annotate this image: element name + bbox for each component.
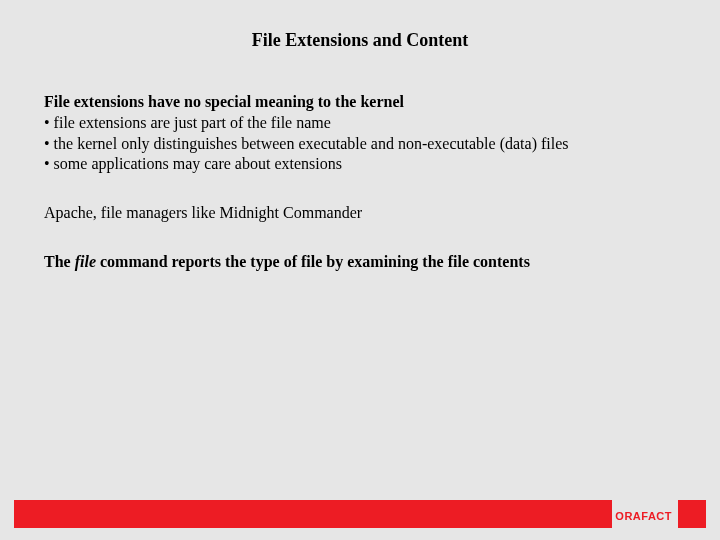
bullet-2: • the kernel only distinguishes between …	[44, 134, 676, 155]
footer-bar-right	[678, 500, 706, 528]
footer-brand: ORAFACT	[615, 510, 672, 522]
bullet-1: • file extensions are just part of the f…	[44, 113, 676, 134]
file-command: file	[75, 253, 96, 270]
slide-body: File extensions have no special meaning …	[44, 92, 676, 273]
slide: File Extensions and Content File extensi…	[0, 0, 720, 540]
para-1-heading: File extensions have no special meaning …	[44, 92, 676, 113]
para-3: The file command reports the type of fil…	[44, 252, 676, 273]
para-2: Apache, file managers like Midnight Comm…	[44, 203, 676, 224]
bullet-3: • some applications may care about exten…	[44, 154, 676, 175]
slide-title: File Extensions and Content	[0, 30, 720, 51]
para-3-rest: command reports the type of file by exam…	[96, 253, 530, 270]
para-1: File extensions have no special meaning …	[44, 92, 676, 175]
para-3-lead: The	[44, 253, 75, 270]
footer-bar-left	[14, 500, 612, 528]
footer: ORAFACT	[0, 500, 720, 528]
